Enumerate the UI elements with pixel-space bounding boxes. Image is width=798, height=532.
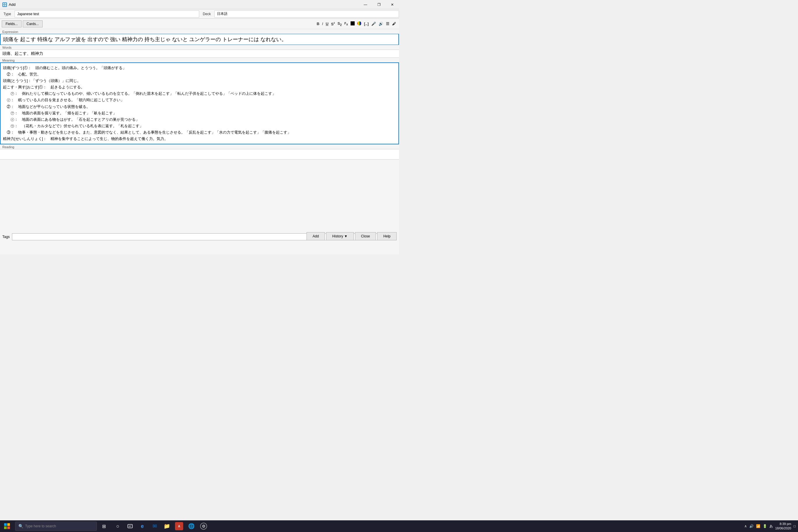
meaning-input[interactable]: 頭痛[ずつう]①： 頭の痛むこと。頭の痛み。とうつう。「頭痛がする」 ②： 心配…	[0, 62, 399, 145]
underline-button[interactable]: U	[325, 21, 329, 26]
window-title: Add	[9, 2, 16, 7]
reading-input[interactable]	[0, 149, 399, 159]
words-section: Words 頭痛、起こす、精神力	[0, 45, 399, 58]
words-label: Words	[0, 45, 399, 50]
meaning-section: Meaning 頭痛[ずつう]①： 頭の痛むこと。頭の痛み。とうつう。「頭痛がす…	[0, 58, 399, 145]
tags-label: Tags	[2, 235, 10, 239]
add-button[interactable]: Add	[306, 232, 325, 240]
italic-button[interactable]: I	[321, 21, 324, 26]
fx-button[interactable]: Fx	[343, 21, 349, 26]
meaning-label: Meaning	[0, 58, 399, 62]
expression-label: Expression	[0, 29, 399, 34]
subscript-button[interactable]: S2	[337, 21, 342, 27]
title-bar: Add — ❐ ✕	[0, 0, 399, 10]
bold-button[interactable]: B	[316, 21, 320, 26]
menu-button[interactable]: ☰	[385, 21, 390, 26]
deck-label: Deck	[199, 12, 214, 16]
close-dialog-button[interactable]: Close	[355, 232, 376, 240]
history-button[interactable]: History ▼	[326, 232, 354, 240]
speaker-button[interactable]: 🔊	[378, 21, 384, 26]
cards-button[interactable]: Cards...	[23, 20, 43, 27]
bracket-button[interactable]: [..]	[363, 21, 369, 26]
svg-rect-3	[5, 5, 6, 6]
mic-button[interactable]: 🎤	[370, 21, 377, 26]
type-value[interactable]: Japanese test	[15, 11, 199, 18]
main-content: Type Japanese test Deck 日本語 Fields... Ca…	[0, 10, 399, 254]
app-icon	[2, 2, 7, 7]
svg-rect-0	[3, 3, 4, 4]
help-button[interactable]: Help	[377, 232, 397, 240]
color-rainbow-button[interactable]	[356, 21, 362, 27]
bottom-buttons: Add History ▼ Close Help	[306, 232, 397, 240]
maximize-button[interactable]: ❐	[372, 0, 385, 10]
superscript-button[interactable]: S2	[330, 21, 336, 26]
deck-value[interactable]: 日本語	[214, 11, 399, 18]
type-label: Type	[0, 12, 15, 16]
words-input[interactable]: 頭痛、起こす、精神力	[0, 50, 399, 58]
expression-input[interactable]: 頭痛を 起こす 特殊な アルファ波を 出すので 強い 精神力の 持ち主じゃ ない…	[0, 34, 399, 45]
fields-button[interactable]: Fields...	[2, 20, 22, 27]
window-controls: — ❐ ✕	[359, 0, 399, 10]
close-button[interactable]: ✕	[385, 0, 399, 10]
expression-section: Expression 頭痛を 起こす 特殊な アルファ波を 出すので 強い 精神…	[0, 29, 399, 45]
formatting-toolbar: B I U S2 S2 Fx [..] 🎤 🔊 ☰ 🖌	[316, 21, 397, 27]
reading-section: Reading	[0, 145, 399, 159]
svg-rect-1	[5, 3, 6, 4]
svg-rect-2	[3, 5, 4, 6]
action-bar: Fields... Cards... B I U S2 S2 Fx [..] 🎤…	[0, 19, 399, 29]
color-black-button[interactable]	[350, 21, 356, 27]
type-deck-bar: Type Japanese test Deck 日本語	[0, 10, 399, 19]
reading-label: Reading	[0, 145, 399, 149]
paint-button[interactable]: 🖌	[391, 21, 397, 26]
minimize-button[interactable]: —	[359, 0, 372, 10]
